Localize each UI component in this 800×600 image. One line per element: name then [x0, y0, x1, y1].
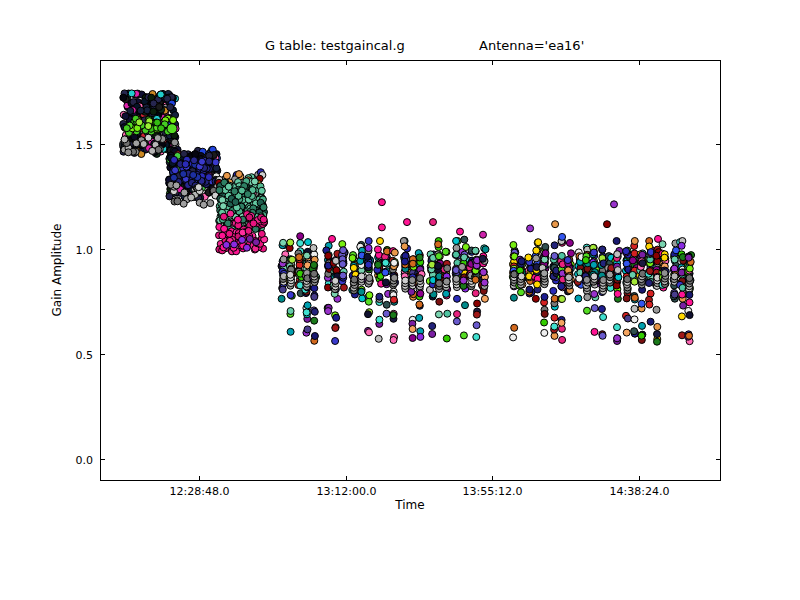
y-tick-label: 0.5 — [76, 349, 94, 362]
x-tick-label: 12:28:48.0 — [170, 485, 230, 498]
y-tick-label: 1.0 — [76, 244, 94, 257]
plot-window: 12:28:48.013:12:00.013:55:12.014:38:24.0… — [0, 0, 800, 600]
gain-plot-canvas: 12:28:48.013:12:00.013:55:12.014:38:24.0… — [0, 0, 800, 600]
x-axis-label: Time — [394, 498, 424, 512]
axis-tick-labels: 12:28:48.013:12:00.013:55:12.014:38:24.0… — [76, 139, 670, 499]
y-tick-label: 0.0 — [76, 454, 94, 467]
plot-title-left: G table: testgaincal.g — [265, 38, 405, 53]
x-tick-label: 13:55:12.0 — [463, 485, 523, 498]
x-tick-label: 14:38:24.0 — [610, 485, 670, 498]
scatter-points — [120, 90, 695, 345]
plot-title-right: Antenna='ea16' — [479, 38, 584, 53]
y-axis-label: Gain Amplitude — [50, 224, 64, 317]
x-tick-label: 13:12:00.0 — [317, 485, 377, 498]
y-tick-label: 1.5 — [76, 139, 94, 152]
